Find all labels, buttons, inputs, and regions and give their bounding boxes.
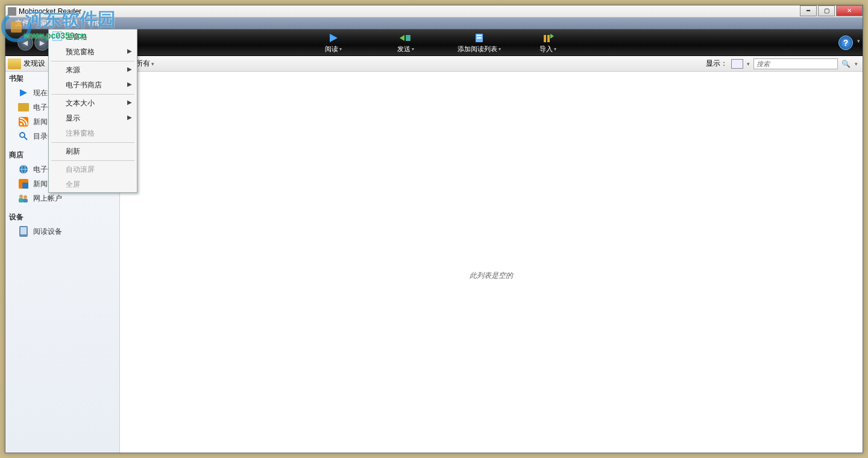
menuitem-left-pane[interactable]: ✓ 左窗格 bbox=[49, 30, 137, 45]
play-icon bbox=[17, 87, 30, 98]
menu-help[interactable]: 帮助 bbox=[87, 18, 102, 28]
menu-view[interactable]: 视图 bbox=[63, 18, 78, 28]
svg-marker-9 bbox=[20, 89, 27, 96]
menuitem-annotation-pane: 注释窗格 bbox=[49, 126, 137, 141]
chevron-right-icon: ▶ bbox=[127, 99, 132, 105]
svg-rect-6 bbox=[544, 35, 546, 42]
search-icon bbox=[17, 131, 30, 142]
back-button[interactable]: ◄ bbox=[17, 35, 33, 51]
folder-icon bbox=[17, 102, 30, 113]
show-label: 显示： bbox=[706, 58, 728, 69]
toolbar-import[interactable]: 导入▾ bbox=[539, 32, 556, 54]
sidebar-item-reading-device[interactable]: 阅读设备 bbox=[5, 224, 119, 239]
menu-edit[interactable]: 编辑 bbox=[39, 18, 54, 28]
found-text: 发现设 bbox=[24, 58, 45, 69]
chevron-right-icon: ▶ bbox=[127, 48, 132, 54]
menuitem-display[interactable]: 显示 ▶ bbox=[49, 111, 137, 126]
svg-rect-4 bbox=[477, 35, 482, 36]
svg-point-13 bbox=[20, 133, 25, 137]
svg-rect-7 bbox=[547, 35, 550, 42]
svg-marker-2 bbox=[400, 35, 404, 41]
import-icon bbox=[542, 32, 554, 44]
filter-all-text[interactable]: 所有 bbox=[136, 58, 150, 69]
menubar: 文件 编辑 视图 帮助 bbox=[5, 17, 863, 30]
svg-point-21 bbox=[24, 195, 27, 199]
menuitem-preview-pane[interactable]: 预览窗格 ▶ bbox=[49, 45, 137, 60]
chevron-right-icon: ▶ bbox=[127, 114, 132, 121]
svg-marker-0 bbox=[330, 34, 338, 42]
svg-rect-23 bbox=[23, 199, 28, 202]
chevron-down-icon[interactable]: ▾ bbox=[747, 61, 750, 67]
menuitem-refresh[interactable]: 刷新 bbox=[49, 144, 137, 159]
toolbar-add-reading-list[interactable]: 添加阅读列表▾ bbox=[458, 32, 501, 54]
chevron-right-icon: ▶ bbox=[127, 66, 132, 72]
rss-store-icon bbox=[17, 178, 30, 189]
search-icon[interactable]: 🔍 bbox=[841, 60, 851, 68]
empty-list-message: 此列表是空的 bbox=[120, 271, 863, 281]
svg-rect-5 bbox=[477, 37, 482, 39]
menuitem-text-size[interactable]: 文本大小 ▶ bbox=[49, 96, 137, 111]
chevron-down-icon[interactable]: ▾ bbox=[857, 38, 860, 44]
svg-rect-19 bbox=[22, 183, 28, 189]
svg-rect-1 bbox=[406, 35, 410, 41]
chevron-down-icon[interactable]: ▾ bbox=[151, 61, 154, 67]
chevron-down-icon: ▾ bbox=[554, 46, 556, 52]
menuitem-fullscreen: 全屏 bbox=[49, 177, 137, 192]
svg-point-12 bbox=[20, 123, 22, 125]
play-icon bbox=[327, 32, 339, 44]
send-icon bbox=[400, 32, 412, 44]
svg-point-20 bbox=[19, 195, 23, 198]
rss-icon bbox=[17, 116, 30, 127]
titlebar: Mobipocket Reader ━ ▢ ✕ bbox=[5, 5, 863, 17]
svg-rect-10 bbox=[18, 103, 29, 111]
menuitem-ebook-store[interactable]: 电子书商店 ▶ bbox=[49, 78, 137, 93]
search-input[interactable] bbox=[753, 58, 838, 69]
menuitem-auto-scroll: 自动滚屏 bbox=[49, 162, 137, 177]
maximize-button[interactable]: ▢ bbox=[818, 5, 835, 16]
menuitem-source[interactable]: 来源 ▶ bbox=[49, 63, 137, 78]
check-icon: ✓ bbox=[52, 31, 62, 41]
app-icon bbox=[8, 7, 16, 16]
folder-icon bbox=[8, 58, 21, 69]
view-menu-dropdown: ✓ 左窗格 预览窗格 ▶ 来源 ▶ 电子书商店 ▶ 文本大小 ▶ 显示 ▶ 注释… bbox=[48, 29, 137, 193]
sidebar-item-online-account[interactable]: 网上帐户 bbox=[5, 191, 119, 205]
svg-rect-25 bbox=[20, 227, 27, 234]
users-icon bbox=[17, 193, 30, 204]
help-button[interactable]: ? bbox=[838, 36, 853, 50]
chevron-right-icon: ▶ bbox=[127, 81, 132, 87]
menu-file[interactable]: 文件 bbox=[15, 18, 30, 28]
device-icon bbox=[17, 226, 30, 237]
toolbar-send[interactable]: 发送▾ bbox=[397, 32, 414, 54]
globe-icon bbox=[17, 164, 30, 175]
chevron-down-icon: ▾ bbox=[412, 46, 414, 52]
menu-separator bbox=[51, 142, 134, 143]
menu-separator bbox=[51, 94, 134, 95]
svg-line-14 bbox=[24, 137, 27, 140]
close-button[interactable]: ✕ bbox=[836, 5, 863, 16]
chevron-down-icon: ▾ bbox=[339, 46, 342, 52]
menu-separator bbox=[51, 61, 134, 61]
view-mode-button[interactable] bbox=[731, 59, 743, 69]
content-area: 此列表是空的 bbox=[120, 72, 863, 453]
window-title: Mobipocket Reader bbox=[19, 7, 799, 16]
toolbar-read[interactable]: 阅读▾ bbox=[325, 32, 342, 54]
chevron-down-icon: ▾ bbox=[498, 46, 501, 52]
svg-rect-22 bbox=[19, 198, 24, 202]
sidebar-header-device: 设备 bbox=[5, 210, 119, 224]
add-list-icon bbox=[473, 32, 485, 44]
chevron-down-icon[interactable]: ▾ bbox=[855, 61, 858, 67]
menu-separator bbox=[51, 160, 134, 161]
minimize-button[interactable]: ━ bbox=[800, 5, 817, 16]
svg-marker-8 bbox=[550, 34, 554, 39]
